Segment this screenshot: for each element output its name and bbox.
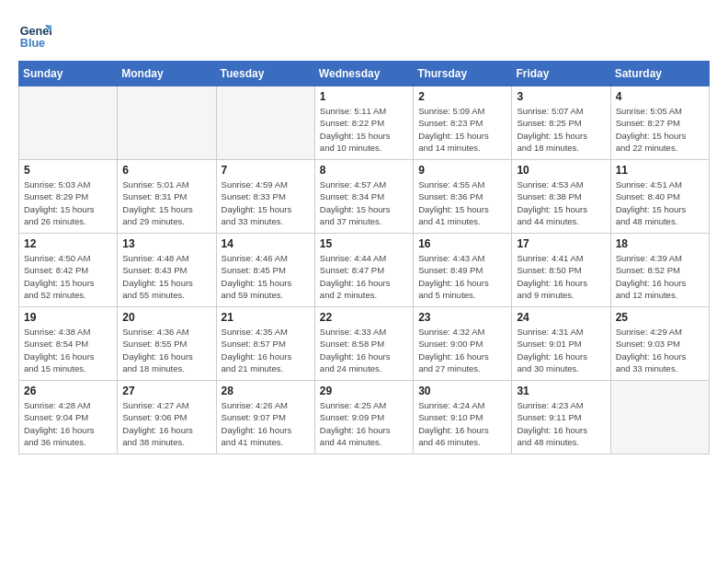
week-row-1: 1Sunrise: 5:11 AM Sunset: 8:22 PM Daylig… <box>19 86 710 160</box>
day-number: 29 <box>320 385 408 397</box>
weekday-header-wednesday: Wednesday <box>314 62 413 86</box>
calendar-cell: 16Sunrise: 4:43 AM Sunset: 8:49 PM Dayli… <box>414 234 512 307</box>
day-info: Sunrise: 4:32 AM Sunset: 9:00 PM Dayligh… <box>418 326 506 374</box>
day-number: 10 <box>517 164 605 177</box>
calendar-cell <box>216 86 314 160</box>
weekday-header-saturday: Saturday <box>610 62 709 86</box>
calendar-table: SundayMondayTuesdayWednesdayThursdayFrid… <box>18 61 710 454</box>
day-info: Sunrise: 4:26 AM Sunset: 9:07 PM Dayligh… <box>222 399 310 448</box>
day-info: Sunrise: 4:51 AM Sunset: 8:40 PM Dayligh… <box>616 178 704 227</box>
day-info: Sunrise: 5:01 AM Sunset: 8:31 PM Dayligh… <box>122 178 210 227</box>
calendar-cell: 7Sunrise: 4:59 AM Sunset: 8:33 PM Daylig… <box>216 160 314 234</box>
day-info: Sunrise: 4:23 AM Sunset: 9:11 PM Dayligh… <box>517 399 605 448</box>
day-number: 12 <box>24 237 112 250</box>
day-info: Sunrise: 4:31 AM Sunset: 9:01 PM Dayligh… <box>517 326 605 374</box>
calendar-cell: 23Sunrise: 4:32 AM Sunset: 9:00 PM Dayli… <box>414 307 512 381</box>
calendar-cell: 24Sunrise: 4:31 AM Sunset: 9:01 PM Dayli… <box>512 307 610 381</box>
day-info: Sunrise: 4:53 AM Sunset: 8:38 PM Dayligh… <box>517 178 605 227</box>
day-number: 3 <box>517 90 605 103</box>
day-number: 1 <box>320 90 408 103</box>
page-header: General Blue <box>18 18 710 52</box>
day-number: 16 <box>418 237 506 250</box>
weekday-header-thursday: Thursday <box>414 62 512 86</box>
calendar-cell: 19Sunrise: 4:38 AM Sunset: 8:54 PM Dayli… <box>19 307 118 381</box>
calendar-cell <box>610 381 709 454</box>
calendar-cell: 26Sunrise: 4:28 AM Sunset: 9:04 PM Dayli… <box>19 381 118 454</box>
day-number: 19 <box>24 311 112 324</box>
day-number: 15 <box>320 237 408 250</box>
day-number: 23 <box>418 311 506 324</box>
day-info: Sunrise: 4:55 AM Sunset: 8:36 PM Dayligh… <box>418 178 506 227</box>
calendar-cell <box>118 86 216 160</box>
day-number: 14 <box>222 237 310 250</box>
day-info: Sunrise: 4:43 AM Sunset: 8:49 PM Dayligh… <box>418 252 506 301</box>
day-number: 13 <box>122 237 210 250</box>
day-info: Sunrise: 4:48 AM Sunset: 8:43 PM Dayligh… <box>122 252 210 301</box>
week-row-3: 12Sunrise: 4:50 AM Sunset: 8:42 PM Dayli… <box>19 234 710 307</box>
day-number: 28 <box>222 385 310 397</box>
day-number: 25 <box>616 311 704 324</box>
day-number: 8 <box>320 164 408 177</box>
week-row-2: 5Sunrise: 5:03 AM Sunset: 8:29 PM Daylig… <box>19 160 710 234</box>
day-info: Sunrise: 4:59 AM Sunset: 8:33 PM Dayligh… <box>222 178 310 227</box>
day-info: Sunrise: 4:29 AM Sunset: 9:03 PM Dayligh… <box>616 326 704 374</box>
day-info: Sunrise: 4:25 AM Sunset: 9:09 PM Dayligh… <box>320 399 408 448</box>
calendar-cell: 21Sunrise: 4:35 AM Sunset: 8:57 PM Dayli… <box>216 307 314 381</box>
calendar-cell: 9Sunrise: 4:55 AM Sunset: 8:36 PM Daylig… <box>414 160 512 234</box>
day-info: Sunrise: 4:50 AM Sunset: 8:42 PM Dayligh… <box>24 252 112 301</box>
calendar-cell: 5Sunrise: 5:03 AM Sunset: 8:29 PM Daylig… <box>19 160 118 234</box>
day-info: Sunrise: 5:11 AM Sunset: 8:22 PM Dayligh… <box>320 105 408 154</box>
week-row-4: 19Sunrise: 4:38 AM Sunset: 8:54 PM Dayli… <box>19 307 710 381</box>
day-number: 6 <box>122 164 210 177</box>
day-number: 5 <box>24 164 112 177</box>
weekday-header-friday: Friday <box>512 62 610 86</box>
day-number: 18 <box>616 237 704 250</box>
day-info: Sunrise: 4:24 AM Sunset: 9:10 PM Dayligh… <box>418 399 506 448</box>
day-number: 20 <box>122 311 210 324</box>
calendar-cell: 27Sunrise: 4:27 AM Sunset: 9:06 PM Dayli… <box>118 381 216 454</box>
weekday-header-monday: Monday <box>118 62 216 86</box>
day-number: 11 <box>616 164 704 177</box>
calendar-cell: 31Sunrise: 4:23 AM Sunset: 9:11 PM Dayli… <box>512 381 610 454</box>
calendar-cell <box>19 86 118 160</box>
day-info: Sunrise: 4:44 AM Sunset: 8:47 PM Dayligh… <box>320 252 408 301</box>
day-number: 17 <box>517 237 605 250</box>
logo-icon: General Blue <box>18 18 51 52</box>
day-number: 30 <box>418 385 506 397</box>
calendar-cell: 11Sunrise: 4:51 AM Sunset: 8:40 PM Dayli… <box>610 160 709 234</box>
day-info: Sunrise: 4:33 AM Sunset: 8:58 PM Dayligh… <box>320 326 408 374</box>
calendar-cell: 29Sunrise: 4:25 AM Sunset: 9:09 PM Dayli… <box>314 381 413 454</box>
day-number: 31 <box>517 385 605 397</box>
calendar-cell: 14Sunrise: 4:46 AM Sunset: 8:45 PM Dayli… <box>216 234 314 307</box>
calendar-cell: 30Sunrise: 4:24 AM Sunset: 9:10 PM Dayli… <box>414 381 512 454</box>
day-info: Sunrise: 4:36 AM Sunset: 8:55 PM Dayligh… <box>122 326 210 374</box>
calendar-cell: 22Sunrise: 4:33 AM Sunset: 8:58 PM Dayli… <box>314 307 413 381</box>
day-info: Sunrise: 4:35 AM Sunset: 8:57 PM Dayligh… <box>222 326 310 374</box>
calendar-cell: 6Sunrise: 5:01 AM Sunset: 8:31 PM Daylig… <box>118 160 216 234</box>
calendar-cell: 17Sunrise: 4:41 AM Sunset: 8:50 PM Dayli… <box>512 234 610 307</box>
day-info: Sunrise: 5:07 AM Sunset: 8:25 PM Dayligh… <box>517 105 605 154</box>
calendar-cell: 8Sunrise: 4:57 AM Sunset: 8:34 PM Daylig… <box>314 160 413 234</box>
day-number: 2 <box>418 90 506 103</box>
weekday-header-row: SundayMondayTuesdayWednesdayThursdayFrid… <box>19 62 710 86</box>
day-number: 22 <box>320 311 408 324</box>
day-info: Sunrise: 4:46 AM Sunset: 8:45 PM Dayligh… <box>222 252 310 301</box>
week-row-5: 26Sunrise: 4:28 AM Sunset: 9:04 PM Dayli… <box>19 381 710 454</box>
calendar-cell: 13Sunrise: 4:48 AM Sunset: 8:43 PM Dayli… <box>118 234 216 307</box>
logo: General Blue <box>18 18 55 52</box>
calendar-cell: 10Sunrise: 4:53 AM Sunset: 8:38 PM Dayli… <box>512 160 610 234</box>
calendar-cell: 15Sunrise: 4:44 AM Sunset: 8:47 PM Dayli… <box>314 234 413 307</box>
calendar-cell: 2Sunrise: 5:09 AM Sunset: 8:23 PM Daylig… <box>414 86 512 160</box>
day-number: 4 <box>616 90 704 103</box>
day-number: 26 <box>24 385 112 397</box>
day-info: Sunrise: 4:39 AM Sunset: 8:52 PM Dayligh… <box>616 252 704 301</box>
calendar-cell: 12Sunrise: 4:50 AM Sunset: 8:42 PM Dayli… <box>19 234 118 307</box>
day-number: 21 <box>222 311 310 324</box>
calendar-cell: 20Sunrise: 4:36 AM Sunset: 8:55 PM Dayli… <box>118 307 216 381</box>
day-info: Sunrise: 4:28 AM Sunset: 9:04 PM Dayligh… <box>24 399 112 448</box>
weekday-header-tuesday: Tuesday <box>216 62 314 86</box>
svg-text:Blue: Blue <box>20 37 45 50</box>
day-number: 9 <box>418 164 506 177</box>
calendar-cell: 25Sunrise: 4:29 AM Sunset: 9:03 PM Dayli… <box>610 307 709 381</box>
calendar-cell: 4Sunrise: 5:05 AM Sunset: 8:27 PM Daylig… <box>610 86 709 160</box>
